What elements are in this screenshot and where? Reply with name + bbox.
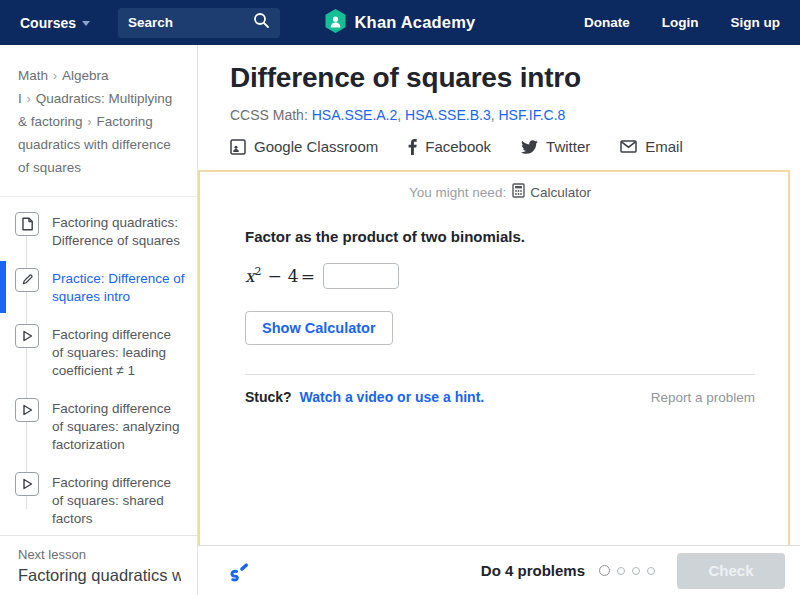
math-equals: =	[301, 266, 315, 286]
calculator-tool: Calculator	[512, 183, 591, 201]
lesson-item-label: Practice: Difference of squares intro	[52, 268, 185, 306]
report-a-problem-link[interactable]: Report a problem	[651, 390, 755, 405]
lesson-item-practice-intro[interactable]: Practice: Difference of squares intro	[0, 259, 197, 315]
ccss-prefix: CCSS Math:	[230, 107, 308, 123]
ccss-link-3[interactable]: HSF.IF.C.8	[498, 107, 565, 123]
signup-link[interactable]: Sign up	[731, 15, 781, 30]
show-calculator-button[interactable]: Show Calculator	[245, 311, 393, 345]
calculator-icon	[512, 183, 525, 201]
lesson-item-video-shared-factors[interactable]: Factoring difference of squares: shared …	[0, 463, 197, 535]
donate-link[interactable]: Donate	[584, 15, 630, 30]
ccss-row: CCSS Math: HSA.SSE.A.2, HSA.SSE.B.3, HSF…	[230, 107, 780, 123]
you-might-need-label: You might need:	[409, 185, 506, 200]
twitter-share-button[interactable]: Twitter	[521, 138, 590, 155]
progress-dot	[632, 567, 640, 575]
search-icon[interactable]	[253, 12, 270, 33]
do-problems-label: Do 4 problems	[481, 562, 585, 579]
top-navbar: Courses Khan Academy Donate Login Sign u…	[0, 0, 800, 45]
hint-divider	[245, 374, 755, 375]
active-indicator-bar	[0, 261, 6, 313]
lesson-item-label: Factoring difference of squares: shared …	[52, 472, 185, 528]
navbar-links: Donate Login Sign up	[584, 15, 780, 30]
breadcrumb-separator: ›	[88, 115, 92, 129]
video-play-icon	[15, 472, 39, 496]
breadcrumb-math[interactable]: Math	[18, 68, 48, 83]
lesson-item-video-analyzing[interactable]: Factoring difference of squares: analyzi…	[0, 389, 197, 463]
stuck-label: Stuck?	[245, 389, 292, 405]
courses-dropdown[interactable]: Courses	[20, 15, 90, 31]
scratchpad-scribble-icon[interactable]	[226, 557, 253, 584]
math-exponent: 2	[255, 265, 262, 278]
ccss-link-2[interactable]: HSA.SSE.B.3	[405, 107, 491, 123]
exercise-header: Difference of squares intro CCSS Math: H…	[198, 45, 800, 170]
lesson-item-article-diff-squares[interactable]: Factoring quadratics: Difference of squa…	[0, 203, 197, 259]
you-might-need-row: You might need: Calculator	[245, 183, 755, 201]
question-prompt: Factor as the product of two binomials.	[245, 228, 755, 245]
page-title: Difference of squares intro	[230, 62, 780, 94]
email-share-button[interactable]: Email	[620, 138, 683, 155]
share-label: Twitter	[546, 138, 590, 155]
google-classroom-icon	[230, 139, 246, 155]
calculator-label: Calculator	[530, 185, 591, 200]
progress-dots	[599, 565, 655, 576]
progress-dot-current	[599, 565, 610, 576]
search-input[interactable]	[128, 15, 253, 30]
google-classroom-share-button[interactable]: Google Classroom	[230, 138, 378, 155]
lesson-item-label: Factoring quadratics: Difference of squa…	[52, 212, 185, 250]
next-lesson-label: Next lesson	[18, 547, 181, 562]
share-row: Google Classroom Facebook	[230, 138, 780, 155]
article-icon	[15, 212, 39, 236]
lesson-item-video-leading-coeff[interactable]: Factoring difference of squares: leading…	[0, 315, 197, 389]
search-box[interactable]	[118, 8, 280, 38]
answer-input[interactable]	[323, 263, 399, 289]
math-base: x	[245, 266, 255, 286]
lesson-list: Factoring quadratics: Difference of squa…	[0, 196, 197, 535]
lesson-item-label: Factoring difference of squares: analyzi…	[52, 398, 185, 454]
khan-academy-leaf-icon	[325, 9, 347, 37]
video-play-icon	[15, 324, 39, 348]
next-lesson-link[interactable]: Factoring quadratics with ...	[18, 566, 181, 585]
login-link[interactable]: Login	[662, 15, 699, 30]
courses-label: Courses	[20, 15, 76, 31]
video-play-icon	[15, 398, 39, 422]
lesson-item-label: Factoring difference of squares: leading…	[52, 324, 185, 380]
stuck-message: Stuck? Watch a video or use a hint.	[245, 389, 484, 405]
exercise-footer: Do 4 problems Check	[198, 545, 800, 595]
share-label: Google Classroom	[254, 138, 378, 155]
breadcrumb: Math›Algebra I›Quadratics: Multiplying &…	[0, 45, 197, 196]
facebook-icon	[408, 139, 417, 155]
email-envelope-icon	[620, 140, 637, 153]
breadcrumb-separator: ›	[53, 69, 57, 83]
ccss-link-1[interactable]: HSA.SSE.A.2	[312, 107, 398, 123]
breadcrumb-separator: ›	[27, 92, 31, 106]
math-operand: 4	[288, 266, 299, 286]
chevron-down-icon	[82, 21, 90, 26]
math-expression-row: x2−4=	[245, 263, 755, 289]
next-lesson-section: Next lesson Factoring quadratics with ..…	[0, 535, 197, 595]
share-label: Email	[645, 138, 683, 155]
exercise-card: You might need: Calculator Factor as the…	[198, 170, 790, 545]
facebook-share-button[interactable]: Facebook	[408, 138, 491, 155]
math-expression: x2−4=	[245, 266, 323, 286]
progress-dot	[647, 567, 655, 575]
watch-video-hint-link[interactable]: Watch a video or use a hint.	[300, 389, 485, 405]
khan-academy-logo[interactable]: Khan Academy	[325, 9, 476, 37]
progress-dot	[617, 567, 625, 575]
brand-name: Khan Academy	[355, 13, 476, 32]
share-label: Facebook	[425, 138, 491, 155]
ccss-separator: ,	[397, 107, 405, 123]
exercise-pencil-icon	[15, 268, 39, 292]
math-operator: −	[268, 266, 282, 286]
twitter-icon	[521, 140, 538, 154]
stuck-row: Stuck? Watch a video or use a hint. Repo…	[245, 389, 755, 405]
lesson-sidebar: Math›Algebra I›Quadratics: Multiplying &…	[0, 45, 198, 595]
check-button[interactable]: Check	[677, 553, 785, 589]
